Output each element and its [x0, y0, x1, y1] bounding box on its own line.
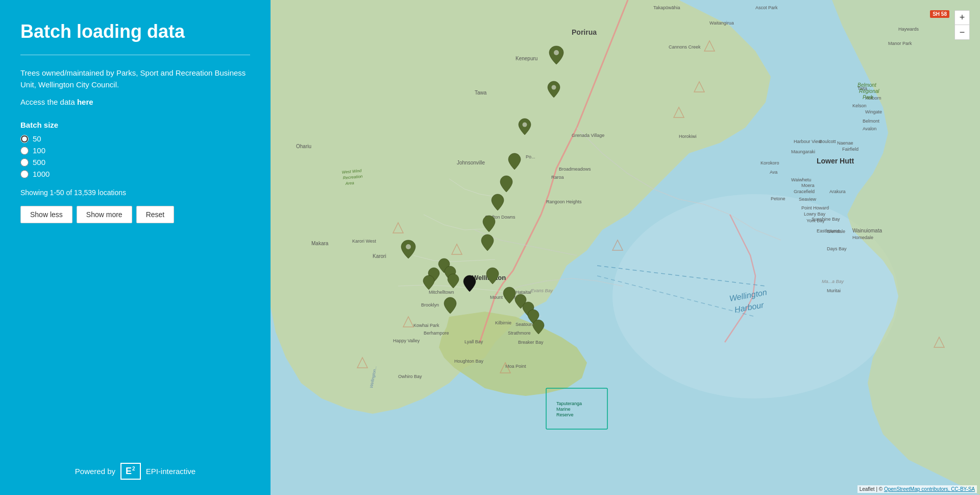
access-link-text: Access the data here	[20, 98, 250, 106]
svg-text:Maungaraki: Maungaraki	[791, 149, 815, 154]
radio-100-label: 100	[33, 146, 45, 155]
svg-text:Homedale: Homedale	[852, 235, 873, 240]
radio-50[interactable]	[20, 135, 29, 143]
svg-text:Lowry Bay: Lowry Bay	[804, 211, 826, 217]
batch-option-500[interactable]: 500	[20, 158, 250, 167]
svg-text:Regional: Regional	[859, 88, 879, 94]
svg-text:Seaview: Seaview	[799, 197, 817, 202]
svg-text:Ohariu: Ohariu	[296, 144, 311, 149]
svg-text:Moera: Moera	[801, 183, 815, 188]
showing-text: Showing 1-50 of 13,539 locations	[20, 188, 250, 197]
radio-1000[interactable]	[20, 170, 29, 178]
reset-button[interactable]: Reset	[136, 206, 175, 223]
svg-text:Kowhai Park: Kowhai Park	[413, 323, 439, 328]
svg-point-96	[554, 50, 559, 55]
batch-size-label: Batch size	[20, 121, 250, 129]
svg-text:Area: Area	[345, 181, 354, 186]
svg-text:Mitchelltown: Mitchelltown	[429, 290, 454, 295]
svg-text:Ava: Ava	[770, 170, 777, 175]
svg-text:Ma...a Bay: Ma...a Bay	[822, 279, 844, 284]
svg-text:Horokiwi: Horokiwi	[679, 134, 697, 139]
svg-text:Takapūwāhia: Takapūwāhia	[653, 5, 680, 10]
svg-text:Lower Hutt: Lower Hutt	[817, 157, 854, 165]
svg-text:Porirua: Porirua	[572, 28, 597, 36]
svg-text:Ascot Park: Ascot Park	[755, 5, 778, 10]
svg-text:Karori: Karori	[373, 253, 386, 259]
svg-text:Glendale: Glendale	[827, 229, 845, 234]
svg-text:Petone: Petone	[771, 196, 786, 201]
radio-500-label: 500	[33, 158, 45, 167]
svg-text:Hataitai: Hataitai	[516, 290, 531, 295]
map-zoom-controls: + −	[954, 10, 970, 40]
svg-text:Cannons Creek: Cannons Creek	[669, 44, 701, 50]
zoom-in-button[interactable]: +	[955, 11, 969, 25]
svg-text:Belmont: Belmont	[863, 119, 880, 124]
svg-text:Arakura: Arakura	[829, 189, 846, 194]
svg-text:Moa Point: Moa Point	[505, 364, 526, 369]
brand-name: EPI-interactive	[146, 467, 196, 476]
show-more-button[interactable]: Show more	[77, 206, 132, 223]
here-link[interactable]: here	[77, 98, 93, 106]
radio-100[interactable]	[20, 147, 29, 155]
svg-text:Korokoro: Korokoro	[761, 160, 779, 166]
osm-link[interactable]: OpenStreetMap contributors, CC-BY-SA	[884, 486, 975, 492]
svg-text:Gracefield: Gracefield	[794, 189, 815, 194]
batch-option-1000[interactable]: 1000	[20, 170, 250, 178]
svg-text:Happy Valley: Happy Valley	[393, 338, 420, 343]
svg-text:Kenepuru: Kenepuru	[516, 56, 537, 61]
svg-text:Broadmeadows: Broadmeadows	[559, 167, 591, 172]
svg-text:Manor Park: Manor Park	[888, 41, 912, 46]
batch-size-radio-group: 50 100 500 1000	[20, 134, 250, 178]
svg-text:Waiwhetu: Waiwhetu	[791, 177, 811, 182]
svg-text:Raroa: Raroa	[551, 175, 564, 180]
svg-text:York Bay: York Bay	[806, 218, 825, 223]
svg-text:Haywards: Haywards	[898, 27, 919, 32]
svg-point-97	[552, 85, 556, 90]
svg-text:Boulcott: Boulcott	[819, 139, 836, 144]
svg-text:Seatoun: Seatoun	[516, 322, 533, 327]
svg-text:Fairfield: Fairfield	[842, 147, 859, 152]
leaflet-text: Leaflet | ©	[860, 486, 884, 492]
svg-text:Po...: Po...	[526, 154, 535, 159]
svg-text:Taputeranga: Taputeranga	[556, 401, 582, 406]
show-less-button[interactable]: Show less	[20, 206, 72, 223]
powered-by-section: Powered by E2 EPI-interactive	[20, 463, 250, 480]
svg-text:Kilbirnie: Kilbirnie	[495, 320, 511, 325]
radio-50-label: 50	[33, 134, 41, 143]
zoom-out-button[interactable]: −	[955, 25, 969, 39]
left-panel: Batch loading data Trees owned/maintaine…	[0, 0, 271, 495]
svg-text:Point Howard: Point Howard	[801, 205, 829, 210]
road-badge: SH 58	[930, 10, 949, 18]
svg-text:Makara: Makara	[311, 241, 329, 246]
map-attribution: Leaflet | © OpenStreetMap contributors, …	[857, 485, 977, 493]
svg-text:Grenada Village: Grenada Village	[572, 133, 604, 138]
svg-text:Park: Park	[863, 95, 874, 100]
radio-500[interactable]	[20, 158, 29, 167]
description-text: Trees owned/maintained by Parks, Sport a…	[20, 67, 250, 90]
svg-text:Marine: Marine	[556, 407, 571, 412]
svg-text:Breaker Bay: Breaker Bay	[518, 340, 544, 345]
svg-text:Tawa: Tawa	[475, 90, 487, 96]
map-panel: + − SH 58 Taputeranga Marine Reserve	[271, 0, 980, 495]
svg-text:Muritai: Muritai	[827, 288, 841, 293]
batch-option-50[interactable]: 50	[20, 134, 250, 143]
svg-text:Waitangirua: Waitangirua	[709, 20, 734, 26]
svg-text:Owhiro Bay: Owhiro Bay	[398, 374, 422, 379]
svg-text:Days Bay: Days Bay	[827, 246, 847, 251]
svg-text:Rangoon Heights: Rangoon Heights	[546, 199, 582, 204]
svg-text:Lyall Bay: Lyall Bay	[464, 339, 483, 344]
page-title: Batch loading data	[20, 20, 250, 42]
svg-text:Wingate: Wingate	[865, 109, 882, 114]
svg-text:Belmont: Belmont	[857, 82, 877, 88]
powered-by-text: Powered by	[75, 467, 115, 476]
svg-text:Karori West: Karori West	[352, 239, 376, 244]
radio-1000-label: 1000	[33, 170, 50, 178]
button-row: Show less Show more Reset	[20, 206, 250, 223]
batch-option-100[interactable]: 100	[20, 146, 250, 155]
svg-text:Brooklyn: Brooklyn	[421, 302, 439, 308]
epi-logo: E2	[120, 463, 141, 480]
svg-text:Berhampore: Berhampore	[424, 331, 449, 336]
map-svg: Taputeranga Marine Reserve Wellington Ha…	[271, 0, 980, 495]
svg-text:Wainuiomata: Wainuiomata	[852, 228, 882, 233]
svg-text:Johnsonville: Johnsonville	[457, 160, 485, 166]
